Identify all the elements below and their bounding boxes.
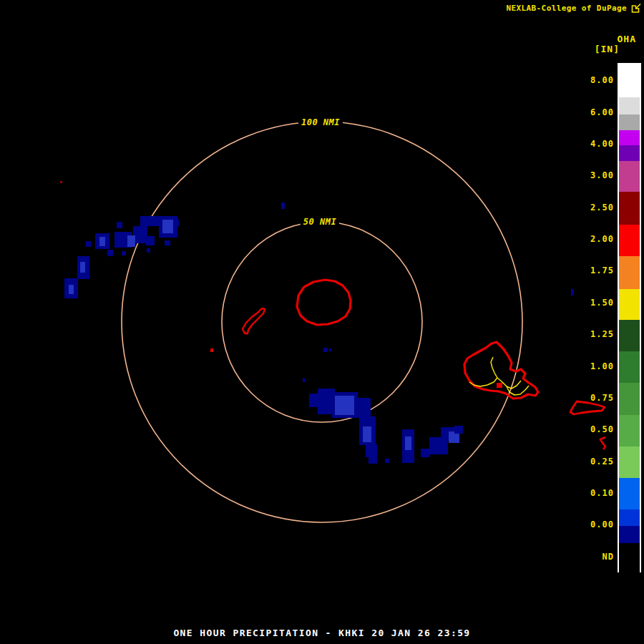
precip-echo-cell [140,216,160,226]
legend-segment [619,97,640,114]
legend-segment [619,225,640,256]
legend-segment [619,64,640,97]
ring-label-100-nmi: 100 NMI [298,117,343,128]
island-outline-oahu [464,342,538,399]
precip-echo-cell [363,426,371,442]
legend-tick-0.25: 0.25 [590,456,614,467]
legend-segment [619,161,640,192]
precip-echo-cell [429,437,448,454]
legend-segment [619,320,640,351]
precip-echo-cell [147,248,150,253]
precip-echo-cell [86,241,91,247]
map-dot [497,383,502,388]
legend-segment [619,526,640,543]
map-dot [60,181,62,183]
precip-echo-cell [107,250,113,256]
coast-fragment [600,437,605,449]
legend-tick-nd: ND [602,551,614,562]
legend-tick-1.00: 1.00 [590,361,614,372]
legend-segment [619,114,640,130]
precip-echo-cell [146,236,155,245]
precip-echo-cell [366,444,377,457]
legend-tick-1.25: 1.25 [590,328,614,340]
precip-echo-cell [385,459,389,463]
precip-echo-cell [165,240,170,245]
precip-echo-cell [303,379,306,382]
radar-map [0,0,644,644]
legend-segment [619,478,640,509]
precip-echo-cell [323,348,328,352]
precip-echo-cell [122,251,126,255]
legend-tick-0.00: 0.00 [590,519,614,530]
precip-echo-cell [369,456,377,464]
legend-segment [619,543,640,572]
legend-segment [619,447,640,478]
legend-tick-0.50: 0.50 [590,424,614,435]
brand-header: NEXLAB-College of DuPage [506,3,642,14]
legend-segment [619,289,640,320]
precip-echo-cell [281,203,285,209]
legend-segment [619,383,640,415]
precip-echo-cell [99,237,105,246]
precip-echo-cell [356,398,371,418]
legend-segment [619,192,640,225]
precip-echo-cell [175,219,179,226]
precip-echo-cell [571,289,574,296]
highway-line [491,357,493,368]
legend-tick-0.10: 0.10 [590,487,614,499]
product-caption: ONE HOUR PRECIPITATION - KHKI 20 JAN 26 … [0,628,644,638]
brand-text: NEXLAB-College of DuPage [506,4,627,13]
legend-tick-2.50: 2.50 [590,202,614,213]
precip-echo-cell [329,348,331,351]
island-outline-kauai [297,280,351,325]
precip-echo-cell [80,262,85,273]
range-ring [122,122,522,522]
legend-site-label: OHA [618,34,636,44]
legend-segment [619,415,640,447]
legend-tick-3.00: 3.00 [590,170,614,181]
ring-label-50-nmi: 50 NMI [301,216,339,228]
precip-echo-cell [421,449,430,457]
external-link-icon[interactable] [631,3,642,14]
precip-echo-cell [69,285,74,294]
legend-tick-1.50: 1.50 [590,297,614,308]
legend-tick-8.00: 8.00 [590,74,614,86]
precip-echo-cell [309,394,319,407]
legend-units-label: [IN] [595,44,620,54]
precip-echo-cell [117,222,122,228]
precip-echo-cell [454,426,463,434]
legend-segment [619,509,640,526]
radar-product-image: NEXLAB-College of DuPage OHA [IN] ONE HO… [0,0,644,644]
legend-segment [619,256,640,289]
legend-color-bar [618,63,641,572]
legend-tick-2.00: 2.00 [590,233,614,245]
legend-segment [619,351,640,383]
precip-echo-cell [335,396,354,415]
map-dot [210,348,213,352]
legend-segment [619,130,640,145]
precip-echo-cell [127,235,135,247]
precip-echo-cell [405,436,411,450]
precip-echo-cell [162,220,173,233]
legend-tick-1.75: 1.75 [590,265,614,276]
legend-segment [619,145,640,161]
legend-tick-6.00: 6.00 [590,107,614,118]
legend-tick-0.75: 0.75 [590,392,614,404]
legend-tick-4.00: 4.00 [590,138,614,150]
island-outline-niihau [243,308,265,333]
